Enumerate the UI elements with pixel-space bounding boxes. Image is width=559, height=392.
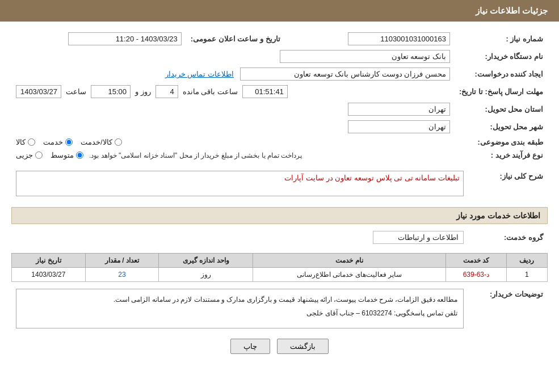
cell-unit: روز: [159, 268, 253, 282]
col-unit: واحد اندازه گیری: [159, 254, 253, 268]
farayand-jozi-item[interactable]: جزیی: [16, 151, 43, 159]
ostan-input: تهران: [348, 103, 450, 116]
service-table: ردیف کد خدمت نام خدمت واحد اندازه گیری ت…: [11, 253, 548, 282]
cell-radif: 1: [506, 268, 547, 282]
tabaqe-value: کالا خدمت کالا/خدمت: [11, 136, 455, 149]
tozihat-label: توضیحات خریدار:: [468, 286, 548, 331]
tabaqe-row: طبقه بندی موضوعی: کالا خدمت: [11, 136, 548, 149]
creator-input: محسن فرزان دوست کارشناس بانک توسعه تعاون: [240, 68, 450, 81]
farayand-radio-group: جزیی متوسط: [16, 151, 83, 159]
cell-date: 1403/03/27: [12, 268, 86, 282]
info-table: شماره نیاز : 1103001031000163 تاریخ و سا…: [11, 30, 548, 162]
col-name: نام خدمت: [253, 254, 446, 268]
mohlat-date-input: 1403/03/27: [16, 85, 61, 98]
page-header: جزئیات اطلاعات نیاز: [0, 0, 559, 22]
goroh-input: اطلاعات و ارتباطات: [373, 231, 464, 244]
farayand-motovaset-item[interactable]: متوسط: [51, 151, 83, 159]
tarikh-input: 1403/03/23 - 11:20: [68, 32, 182, 45]
shomara-niaz-input: 1103001031000163: [348, 32, 450, 45]
farayand-label: نوع فرآیند خرید :: [455, 149, 548, 162]
tozihat-line2: تلفن تماس پاسخگویی: 61032274 – جناب آقای…: [22, 307, 457, 319]
page-title: جزئیات اطلاعات نیاز: [476, 6, 548, 15]
mohlat-value: 1403/03/27 ساعت 15:00 روز و 4 ساعت باقی …: [11, 83, 455, 100]
shomara-niaz-value: 1103001031000163: [296, 30, 455, 48]
khadamat-section-header: اطلاعات خدمات مورد نیاز: [11, 207, 548, 224]
main-content: شماره نیاز : 1103001031000163 تاریخ و سا…: [0, 22, 559, 368]
shahr-row: شهر محل تحویل: تهران: [11, 118, 548, 136]
farayand-note: پرداخت تمام یا بخشی از مبلغ خریدار از مح…: [89, 151, 302, 159]
shomara-row: شماره نیاز : 1103001031000163 تاریخ و سا…: [11, 30, 548, 48]
tozihat-box: مطالعه دقیق الزامات، شرح خدمات پیوست، ار…: [16, 289, 464, 328]
goroh-value: اطلاعات و ارتباطات: [11, 229, 468, 246]
mohlat-label: مهلت ارسال پاسخ: تا تاریخ:: [455, 83, 548, 100]
farayand-row: نوع فرآیند خرید : جزیی متوسط: [11, 149, 548, 162]
nam-dastgah-value: بانک توسعه تعاون: [11, 48, 455, 65]
cell-name: سایر فعالیت‌های خدماتی اطلاع‌رسانی: [253, 268, 446, 282]
goroh-table: گروه خدمت: اطلاعات و ارتباطات: [11, 229, 548, 246]
farayand-jozi-label: جزیی: [16, 151, 33, 159]
mohlat-remaining-label: ساعت باقی مانده: [183, 87, 238, 96]
service-table-header-row: ردیف کد خدمت نام خدمت واحد اندازه گیری ت…: [12, 254, 548, 268]
cell-quantity: 23: [85, 268, 159, 282]
tarikh-value: 1403/03/23 - 11:20: [11, 30, 186, 48]
col-quantity: تعداد / مقدار: [85, 254, 159, 268]
mohlat-time-label: ساعت: [66, 87, 86, 96]
col-radif: ردیف: [506, 254, 547, 268]
ostan-row: استان محل تحویل: تهران: [11, 100, 548, 118]
farayand-motovaset-radio[interactable]: [76, 151, 83, 159]
tozihat-table: توضیحات خریدار: مطالعه دقیق الزامات، شرح…: [11, 286, 548, 331]
goroh-row: گروه خدمت: اطلاعات و ارتباطات: [11, 229, 548, 246]
shahr-value: تهران: [11, 118, 455, 136]
tabaqe-kala-radio[interactable]: [28, 138, 35, 146]
dastgah-row: نام دستگاه خریدار: بانک توسعه تعاون: [11, 48, 548, 65]
khadamat-section-title: اطلاعات خدمات مورد نیاز: [456, 211, 540, 220]
print-button[interactable]: چاپ: [230, 339, 270, 354]
tabaqe-khedmat-item[interactable]: خدمت: [43, 138, 73, 146]
shahr-label: شهر محل تحویل:: [455, 118, 548, 136]
farayand-motovaset-label: متوسط: [51, 151, 74, 159]
mohlat-row: مهلت ارسال پاسخ: تا تاریخ: 1403/03/27 سا…: [11, 83, 548, 100]
farayand-value: جزیی متوسط پرداخت تمام یا بخشی از مبلغ خ…: [11, 149, 455, 162]
creator-value: محسن فرزان دوست کارشناس بانک توسعه تعاون…: [11, 65, 455, 83]
mohlat-day-label: روز و: [135, 87, 151, 96]
tabaqe-kala-label: کالا: [16, 138, 26, 146]
button-row: بازگشت چاپ: [11, 339, 548, 354]
sharh-niaz-value: [11, 168, 468, 200]
creator-contact-link[interactable]: اطلاعات تماس خریدار: [165, 70, 234, 78]
back-button[interactable]: بازگشت: [277, 339, 329, 354]
shomara-niaz-label: شماره نیاز :: [455, 30, 548, 48]
tozihat-value: مطالعه دقیق الزامات، شرح خدمات پیوست، ار…: [11, 286, 468, 331]
nam-dastgah-label: نام دستگاه خریدار:: [455, 48, 548, 65]
sharh-niaz-label: شرح کلی نیاز:: [468, 168, 548, 200]
goroh-label: گروه خدمت:: [468, 229, 548, 246]
tozihat-row: توضیحات خریدار: مطالعه دقیق الزامات، شرح…: [11, 286, 548, 331]
ostan-value: تهران: [11, 100, 455, 118]
tabaqe-kala-item[interactable]: کالا: [16, 138, 35, 146]
sharh-niaz-row: شرح کلی نیاز:: [11, 168, 548, 200]
page-wrapper: جزئیات اطلاعات نیاز شماره نیاز : 1103001…: [0, 0, 559, 392]
tabaqe-kala-khedmat-item[interactable]: کالا/خدمت: [81, 138, 122, 146]
tozihat-line1: مطالعه دقیق الزامات، شرح خدمات پیوست، ار…: [22, 294, 457, 305]
sharh-niaz-textarea[interactable]: [16, 171, 464, 196]
tabaqe-radio-group: کالا خدمت کالا/خدمت: [16, 138, 450, 146]
tabaqe-khedmat-label: خدمت: [43, 138, 63, 146]
table-row: 1 د-63-639 سایر فعالیت‌های خدماتی اطلاع‌…: [12, 268, 548, 282]
creator-row: ایجاد کننده درخواست: محسن فرزان دوست کار…: [11, 65, 548, 83]
tabaqe-label: طبقه بندی موضوعی:: [455, 136, 548, 149]
col-code: کد خدمت: [446, 254, 507, 268]
tarikh-label: تاریخ و ساعت اعلان عمومی:: [186, 30, 285, 48]
tabaqe-kala-khedmat-radio[interactable]: [115, 138, 122, 146]
mohlat-time-input: 15:00: [91, 85, 131, 98]
creator-label: ایجاد کننده درخواست:: [455, 65, 548, 83]
nam-dastgah-input: بانک توسعه تعاون: [280, 50, 450, 63]
mohlat-remaining-input: 01:51:41: [242, 85, 288, 98]
cell-code: د-63-639: [446, 268, 507, 282]
col-date: تاریخ نیاز: [12, 254, 86, 268]
tabaqe-kala-khedmat-label: کالا/خدمت: [81, 138, 112, 146]
shahr-input: تهران: [348, 120, 450, 133]
farayand-jozi-radio[interactable]: [35, 151, 43, 159]
ostan-label: استان محل تحویل:: [455, 100, 548, 118]
tabaqe-khedmat-radio[interactable]: [65, 138, 73, 146]
sharh-niaz-table: شرح کلی نیاز:: [11, 168, 548, 200]
mohlat-day-input: 4: [155, 85, 178, 98]
